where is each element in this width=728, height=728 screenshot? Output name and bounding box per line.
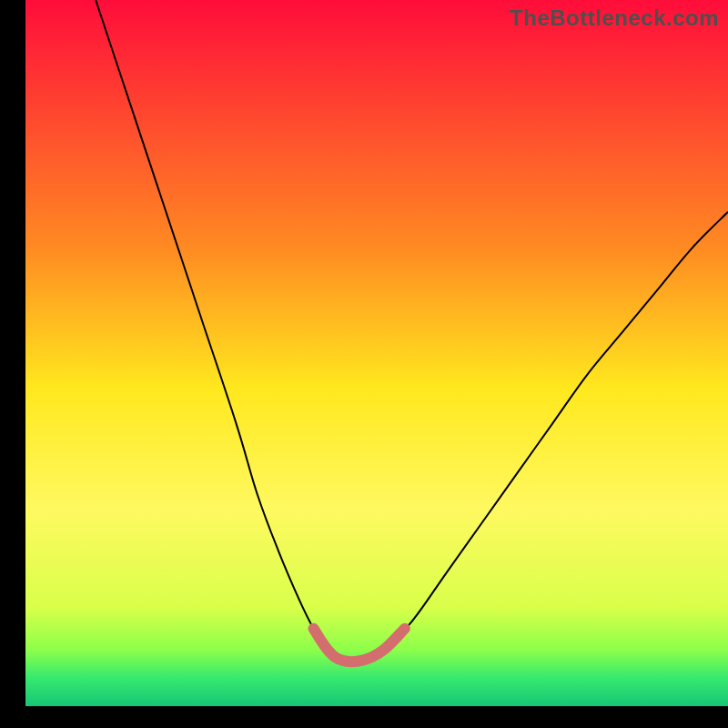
bottleneck-chart — [0, 0, 728, 728]
watermark-text: TheBottleneck.com — [510, 5, 719, 31]
chart-frame: TheBottleneck.com — [0, 0, 728, 728]
